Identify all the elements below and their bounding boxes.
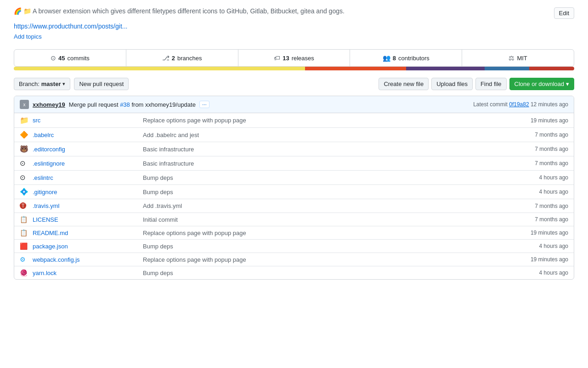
table-row: ⊙ .eslintrc Bump deps 4 hours ago	[14, 171, 574, 185]
branch-selector[interactable]: Branch: master ▾	[14, 78, 70, 90]
commit-ellipsis-button[interactable]: ···	[199, 101, 209, 108]
color-ruby	[529, 67, 574, 70]
file-time: 7 months ago	[504, 132, 568, 138]
upload-files-button[interactable]: Upload files	[431, 78, 473, 90]
file-name[interactable]: .editorconfig	[33, 146, 134, 153]
file-commit-message: Bump deps	[134, 189, 504, 196]
file-icon-cell: 🅣	[20, 202, 33, 210]
file-commit-message: Add .travis.yml	[134, 202, 504, 209]
package-icon: 🟥	[20, 242, 28, 250]
clone-download-button[interactable]: Clone or download ▾	[509, 78, 574, 90]
file-name[interactable]: .eslintignore	[33, 160, 134, 167]
file-name[interactable]: src	[33, 117, 134, 124]
webpack-icon: ⚙	[20, 256, 26, 263]
file-table: x xxhomey19 Merge pull request #38 from …	[14, 96, 574, 280]
table-row: 📋 README.md Replace options page with po…	[14, 226, 574, 240]
file-name[interactable]: .babelrc	[33, 132, 134, 138]
new-pull-request-button[interactable]: New pull request	[74, 78, 129, 90]
commit-author[interactable]: xxhomey19	[33, 101, 65, 108]
eslintignore-icon: ⊙	[20, 159, 26, 167]
branches-count: 2	[172, 55, 175, 62]
branch-actions-left: Branch: master ▾ New pull request	[14, 78, 129, 90]
clone-chevron-icon: ▾	[566, 80, 569, 87]
find-file-button[interactable]: Find file	[475, 78, 507, 90]
file-time: 7 months ago	[504, 160, 568, 167]
file-name[interactable]: webpack.config.js	[33, 256, 134, 263]
color-js	[14, 67, 305, 70]
releases-count: 13	[283, 55, 289, 62]
file-name[interactable]: .gitignore	[33, 189, 134, 196]
file-time: 19 minutes ago	[504, 256, 568, 263]
repo-link[interactable]: https://www.producthunt.com/posts/git...	[14, 23, 574, 30]
commits-stat[interactable]: ⊙ 45 commits	[14, 50, 126, 66]
file-commit-message: Initial commit	[134, 216, 504, 223]
license-label: MIT	[517, 55, 527, 62]
file-commit-message: Add .babelrc and jest	[134, 132, 504, 138]
table-row: 📁 src Replace options page with popup pa…	[14, 113, 574, 128]
file-time: 4 hours ago	[504, 189, 568, 195]
pr-link[interactable]: #38	[120, 101, 130, 108]
table-row: 🅣 .travis.yml Add .travis.yml 7 months a…	[14, 199, 574, 213]
color-css	[406, 67, 485, 70]
branch-name: master	[41, 80, 61, 87]
gitignore-icon: 💠	[20, 188, 28, 196]
file-name[interactable]: README.md	[33, 230, 134, 236]
editorconfig-icon: 🐻	[20, 145, 28, 153]
file-icon-cell: ⚙	[20, 256, 33, 263]
contributors-label: contributors	[398, 55, 430, 62]
file-commit-message: Replace options page with popup page	[134, 230, 504, 236]
babelrc-icon: 🔶	[20, 131, 28, 139]
travis-icon: 🅣	[20, 202, 27, 210]
file-time: 4 hours ago	[504, 174, 568, 181]
file-icon-cell: 🧶	[20, 269, 33, 276]
file-time: 4 hours ago	[504, 243, 568, 249]
releases-label: releases	[292, 55, 314, 62]
commits-label: commits	[67, 55, 89, 62]
create-new-file-button[interactable]: Create new file	[379, 78, 429, 90]
branch-actions-right: Create new file Upload files Find file C…	[379, 78, 574, 90]
file-name[interactable]: LICENSE	[33, 216, 134, 223]
file-name[interactable]: package.json	[33, 243, 134, 250]
latest-commit-row: x xxhomey19 Merge pull request #38 from …	[14, 96, 574, 113]
file-commit-message: Bump deps	[134, 270, 504, 276]
branches-label: branches	[177, 55, 202, 62]
table-row: 📋 LICENSE Initial commit 7 months ago	[14, 213, 574, 226]
file-time: 7 months ago	[504, 146, 568, 152]
commit-message: Merge pull request #38 from xxhomey19/up…	[69, 101, 196, 108]
file-icon-cell: 📋	[20, 229, 33, 236]
releases-stat[interactable]: 🏷 13 releases	[238, 50, 351, 66]
file-time: 7 months ago	[504, 216, 568, 223]
contributors-stat[interactable]: 👥 8 contributors	[350, 50, 462, 66]
edit-button[interactable]: Edit	[554, 7, 574, 19]
avatar: x	[20, 100, 29, 109]
repo-description-row: 🌈 📁 A browser extension which gives diff…	[14, 7, 574, 19]
file-commit-message: Replace options page with popup page	[134, 256, 504, 263]
file-name[interactable]: yarn.lock	[33, 270, 134, 276]
color-html	[305, 67, 406, 70]
commit-sha[interactable]: 0f19a82	[509, 101, 529, 108]
readme-icon: 📋	[20, 229, 28, 236]
file-name[interactable]: .eslintrc	[33, 174, 134, 181]
file-commit-message: Bump deps	[134, 174, 504, 181]
branch-label: Branch:	[19, 80, 40, 87]
add-topics-link[interactable]: Add topics	[14, 33, 42, 40]
file-icon-cell: 🔶	[20, 131, 33, 139]
table-row: 🧶 yarn.lock Bump deps 4 hours ago	[14, 266, 574, 279]
file-time: 19 minutes ago	[504, 117, 568, 124]
table-row: 🟥 package.json Bump deps 4 hours ago	[14, 240, 574, 253]
branch-chevron-icon: ▾	[62, 81, 65, 87]
license-stat[interactable]: ⚖ MIT	[462, 50, 574, 66]
commit-meta: Latest commit 0f19a82 12 minutes ago	[473, 101, 568, 108]
yarn-icon: 🧶	[20, 269, 28, 276]
clone-download-label: Clone or download	[514, 80, 564, 87]
file-commit-message: Bump deps	[134, 243, 504, 250]
file-commit-message: Basic infrastructure	[134, 146, 504, 153]
table-row: 🔶 .babelrc Add .babelrc and jest 7 month…	[14, 128, 574, 142]
commits-icon: ⊙	[51, 54, 56, 62]
branches-stat[interactable]: ⎇ 2 branches	[126, 50, 238, 66]
license-icon: ⚖	[509, 54, 514, 62]
file-rows-container: 📁 src Replace options page with popup pa…	[14, 113, 574, 279]
eslintrc-icon: ⊙	[20, 173, 26, 182]
folder-icon: 📁	[20, 116, 29, 125]
file-name[interactable]: .travis.yml	[33, 202, 134, 209]
